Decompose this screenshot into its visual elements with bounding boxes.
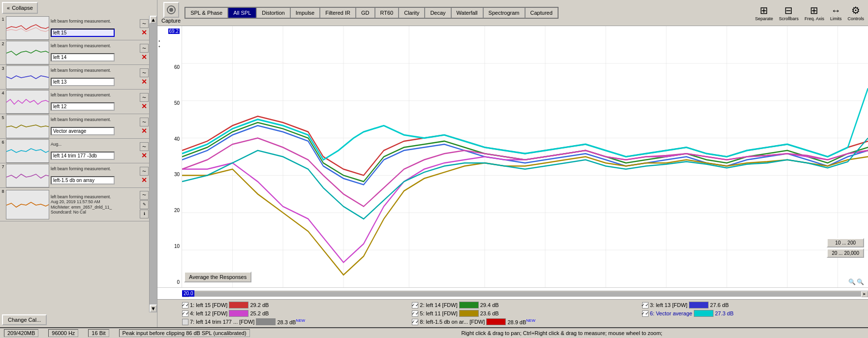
track-left-6: 6 <box>0 139 49 163</box>
track-icon-waveform-7[interactable]: 〜 <box>140 167 149 176</box>
track-left-1: 1 <box>0 16 49 40</box>
scroll-right-btn[interactable]: ► <box>861 291 868 297</box>
graph-plot[interactable]: 10 ... 200 20 ... 20,000 Average the Res… <box>182 26 868 287</box>
status-memory: 209/420MB <box>4 329 38 337</box>
freq-axis-button[interactable]: ⊞ Freq. Axis <box>805 4 824 21</box>
track-icon-edit-8[interactable]: ✎ <box>140 200 149 209</box>
tab-all-spl[interactable]: All SPL <box>228 7 256 18</box>
zoom-out-icon[interactable]: 🔍 <box>857 278 864 285</box>
controls-button[interactable]: ⚙ Controls <box>847 4 864 21</box>
legend-grid: ✓ 1: left 15 [FDW] 29.2 dB ✓ 2: left 14 … <box>182 302 864 325</box>
track-close-6[interactable]: ✕ <box>141 152 147 159</box>
track-name-input-4[interactable] <box>51 102 115 111</box>
track-icon-waveform-3[interactable]: 〜 <box>140 68 149 77</box>
capture-button[interactable]: Capture <box>161 2 181 24</box>
legend-check-2[interactable]: ✓ <box>412 302 418 308</box>
track-number-8: 8 <box>0 188 6 194</box>
zoom-in-icon[interactable]: 🔍 <box>848 278 856 285</box>
change-cal-button[interactable]: Change Cal... <box>2 314 47 325</box>
legend-check-5[interactable]: ✓ <box>412 310 418 317</box>
collapse-button[interactable]: « Collapse <box>2 2 38 14</box>
track-icon-info-8[interactable]: ℹ <box>140 210 149 218</box>
scroll-track <box>150 24 157 305</box>
legend-check-4[interactable]: ✓ <box>182 310 188 317</box>
legend-check-8[interactable]: ✓ <box>412 319 418 325</box>
track-desc-3: left beam forming measurement. <box>51 68 138 73</box>
track-close-2[interactable]: ✕ <box>141 53 147 61</box>
legend-item-4: ✓ 4: left 12 [FDW] 25.2 dB <box>182 310 404 317</box>
track-icon-waveform-1[interactable]: 〜 <box>140 19 149 28</box>
tab-clarity[interactable]: Clarity <box>399 7 425 18</box>
legend-colorbar-7 <box>256 318 276 325</box>
legend-db-4: 25.2 dB <box>250 310 269 316</box>
waveform-preview-4 <box>6 90 49 114</box>
track-close-5[interactable]: ✕ <box>141 127 147 135</box>
track-icon-waveform-2[interactable]: 〜 <box>140 44 149 53</box>
legend-label-8: 8: left-1.5 db on ar... [FDW] <box>420 319 485 325</box>
track-name-input-6[interactable] <box>51 152 115 160</box>
track-middle-1: left beam forming measurement. <box>49 16 139 40</box>
tab-spectrogram[interactable]: Spectrogram <box>483 7 525 18</box>
limits-button[interactable]: ↔ Limits <box>830 5 842 21</box>
svg-point-1 <box>169 8 173 12</box>
track-actions-2: 〜 ✕ <box>139 40 149 64</box>
freq-range-20-20000[interactable]: 20 ... 20,000 <box>827 248 864 258</box>
legend-db-1: 29.2 dB <box>250 302 269 308</box>
track-icon-waveform-6[interactable]: 〜 <box>140 142 149 151</box>
graph-plot-area[interactable]: 69.2 •• 60 50 40 30 20 10 0 <box>157 26 868 287</box>
track-close-4[interactable]: ✕ <box>141 102 147 110</box>
separate-button[interactable]: ⊞ Separate <box>755 4 773 21</box>
track-close-7[interactable]: ✕ <box>141 176 147 184</box>
track-icon-waveform-8[interactable]: 〜 <box>140 191 149 200</box>
track-close-1[interactable]: ✕ <box>141 29 147 36</box>
scroll-down-btn[interactable]: ▼ <box>150 305 157 312</box>
track-close-3[interactable]: ✕ <box>141 78 147 86</box>
tab-distortion[interactable]: Distortion <box>256 7 290 18</box>
track-icon-waveform-4[interactable]: 〜 <box>140 93 149 102</box>
peak-label-value: Peak input before clipping 86 dB SPL (un… <box>123 330 247 336</box>
track-icon-waveform-5[interactable]: 〜 <box>140 118 149 126</box>
tracks-scrollbar[interactable]: ▲ ▼ <box>149 16 157 312</box>
legend-check-3[interactable]: ✓ <box>642 302 649 308</box>
scrollbars-button[interactable]: ⊟ Scrollbars <box>779 4 799 21</box>
tab-decay[interactable]: Decay <box>425 7 451 18</box>
tab-captured[interactable]: Captured <box>525 7 558 18</box>
tab-gd[interactable]: GD <box>356 7 375 18</box>
tab-rt60[interactable]: RT60 <box>375 7 399 18</box>
track-middle-4: left beam forming measurement. <box>49 90 139 114</box>
waveform-preview-7 <box>6 164 49 187</box>
waveform-preview-3 <box>6 65 49 89</box>
legend-check-7[interactable] <box>182 319 188 325</box>
left-panel: « Collapse 1 <box>0 0 157 327</box>
track-name-input-2[interactable] <box>51 53 115 61</box>
track-row: 8 left beam forming measurement.Aug 20, … <box>0 188 149 221</box>
track-actions-7: 〜 ✕ <box>139 163 149 187</box>
track-left-7: 7 <box>0 163 49 187</box>
tab-spl-phase[interactable]: SPL & Phase <box>185 7 228 18</box>
legend-check-6[interactable]: ✓ <box>642 310 649 317</box>
x-axis-labels: ◄ ► 20.0 30 40 50 60 70 80 100 200 <box>182 290 868 297</box>
scroll-up-btn[interactable]: ▲ <box>150 16 157 24</box>
freq-range-10-200[interactable]: 10 ... 200 <box>827 238 864 247</box>
track-name-input-1[interactable] <box>51 29 115 37</box>
tab-impulse[interactable]: Impulse <box>290 7 320 18</box>
track-name-input-7[interactable] <box>51 176 115 184</box>
status-sample-rate: 96000 Hz <box>48 329 78 337</box>
tracks-scroll-area: 1 left beam forming measurement. <box>0 16 157 312</box>
waveform-preview-6 <box>6 139 49 163</box>
legend-label-3: 3: left 13 [FDW] <box>650 302 687 308</box>
track-name-input-3[interactable] <box>51 78 115 86</box>
tab-filtered-ir[interactable]: Filtered IR <box>320 7 356 18</box>
average-responses-button[interactable]: Average the Responses <box>184 272 251 282</box>
y-label-30: 30 <box>158 172 180 177</box>
tab-waterfall[interactable]: Waterfall <box>451 7 483 18</box>
track-number-2: 2 <box>0 40 6 46</box>
legend-db-6: 27.3 dB <box>715 310 734 316</box>
limits-icon: ↔ <box>831 5 841 16</box>
x-scrollbar[interactable]: ◄ ► <box>182 291 868 297</box>
legend-item-5: ✓ 5: left 11 [FDW] 23.6 dB <box>412 310 634 317</box>
track-name-input-5[interactable] <box>51 127 115 135</box>
legend-item-1: ✓ 1: left 15 [FDW] 29.2 dB <box>182 302 404 308</box>
track-number-7: 7 <box>0 163 6 169</box>
legend-check-1[interactable]: ✓ <box>182 302 188 308</box>
